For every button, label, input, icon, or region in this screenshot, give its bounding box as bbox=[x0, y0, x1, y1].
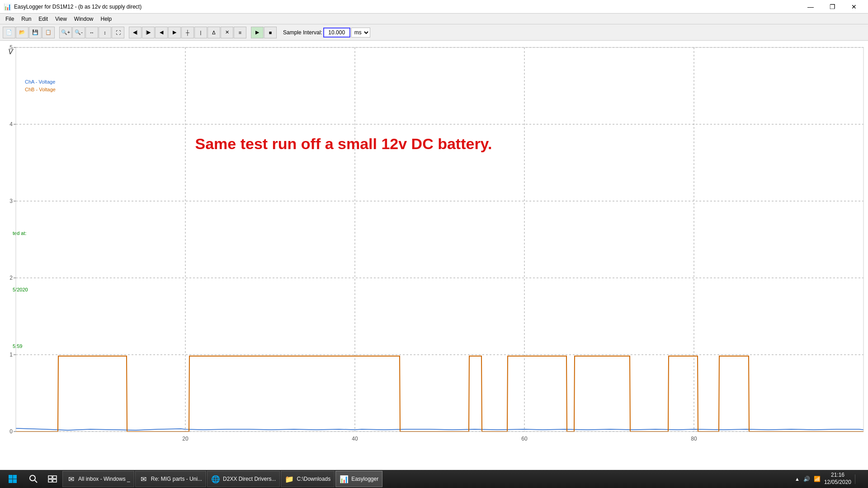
chart-area: V 5 4 3 2 1 0 20 40 bbox=[0, 41, 868, 470]
menu-bar: File Run Edit View Window Help bbox=[0, 14, 868, 24]
mig-app-icon: ✉ bbox=[139, 474, 148, 483]
run-tools: ▶ ■ bbox=[251, 27, 277, 38]
svg-rect-34 bbox=[9, 475, 13, 479]
task-view-button[interactable] bbox=[43, 471, 61, 487]
menu-window[interactable]: Window bbox=[71, 15, 97, 23]
taskbar-app-downloads[interactable]: 📁 C:\Downloads bbox=[281, 471, 335, 487]
zoom-fit-v[interactable]: ↕ bbox=[99, 27, 111, 38]
scroll-right-button[interactable]: ▶ bbox=[168, 27, 181, 38]
easylogger-app-icon: 📊 bbox=[340, 474, 349, 483]
svg-text:80: 80 bbox=[691, 436, 697, 442]
svg-point-38 bbox=[30, 475, 35, 481]
svg-text:20: 20 bbox=[182, 436, 189, 442]
menu-help[interactable]: Help bbox=[97, 15, 116, 23]
inbox-app-icon: ✉ bbox=[66, 474, 75, 483]
downloads-app-icon: 📁 bbox=[285, 474, 294, 483]
taskbar-app-inbox[interactable]: ✉ All inbox - Windows _ bbox=[62, 471, 134, 487]
restore-button[interactable]: ❐ bbox=[822, 0, 843, 14]
svg-rect-41 bbox=[53, 476, 57, 479]
toolbar: 📄 📂 💾 📋 🔍+ 🔍- ↔ ↕ ⛶ ◀| |▶ ◀ ▶ ┼ | Δ ✕ ≡ … bbox=[0, 24, 868, 41]
mig-app-label: Re: MIG parts - Uni... bbox=[151, 476, 202, 482]
show-desktop-button[interactable] bbox=[855, 474, 863, 484]
svg-text:ted at:: ted at: bbox=[13, 230, 27, 236]
volume-icon[interactable]: 🔊 bbox=[803, 476, 810, 482]
menu-edit[interactable]: Edit bbox=[35, 15, 52, 23]
chart-svg: V 5 4 3 2 1 0 20 40 bbox=[0, 41, 868, 470]
zoom-out-button[interactable]: 🔍- bbox=[72, 27, 85, 38]
menu-view[interactable]: View bbox=[52, 15, 71, 23]
taskbar-right: ▲ 🔊 📶 21:16 12/05/2020 bbox=[795, 472, 866, 486]
sample-interval-label: Sample Interval: bbox=[283, 29, 322, 36]
title-bar: 📊 EasyLogger for DS1M12 - (b as 12v dc s… bbox=[0, 0, 868, 14]
close-button[interactable]: ✕ bbox=[844, 0, 864, 14]
minimize-button[interactable]: — bbox=[800, 0, 821, 14]
downloads-app-label: C:\Downloads bbox=[297, 476, 330, 482]
svg-rect-42 bbox=[48, 479, 52, 482]
title-bar-controls: — ❐ ✕ bbox=[800, 0, 864, 14]
zoom-fit-all[interactable]: ⛶ bbox=[112, 27, 124, 38]
taskbar-time: 21:16 bbox=[831, 472, 844, 479]
app-icon: 📊 bbox=[4, 3, 11, 10]
run-button[interactable]: ▶ bbox=[251, 27, 264, 38]
svg-text:ChB - Voltage: ChB - Voltage bbox=[25, 87, 56, 92]
svg-rect-36 bbox=[9, 479, 13, 483]
svg-rect-40 bbox=[48, 476, 52, 479]
taskbar-app-mig[interactable]: ✉ Re: MIG parts - Uni... bbox=[135, 471, 206, 487]
cursor-button[interactable]: ┼ bbox=[181, 27, 194, 38]
sample-interval-input[interactable] bbox=[323, 28, 350, 38]
network-icon[interactable]: 📶 bbox=[814, 476, 821, 482]
menu-run[interactable]: Run bbox=[18, 15, 35, 23]
delta-button[interactable]: Δ bbox=[208, 27, 220, 38]
save-as-button[interactable]: 📋 bbox=[42, 27, 55, 38]
zoom-in-button[interactable]: 🔍+ bbox=[59, 27, 72, 38]
pan-right-button[interactable]: |▶ bbox=[142, 27, 155, 38]
file-tools: 📄 📂 💾 📋 bbox=[3, 27, 55, 38]
clear-button[interactable]: ✕ bbox=[221, 27, 233, 38]
zoom-fit-h[interactable]: ↔ bbox=[85, 27, 98, 38]
svg-text:4: 4 bbox=[9, 121, 13, 127]
d2xx-app-icon: 🌐 bbox=[211, 474, 220, 483]
open-button[interactable]: 📂 bbox=[16, 27, 28, 38]
save-button[interactable]: 💾 bbox=[29, 27, 42, 38]
menu-file[interactable]: File bbox=[2, 15, 18, 23]
svg-rect-0 bbox=[0, 41, 868, 470]
options-button[interactable]: ≡ bbox=[234, 27, 246, 38]
nav-tools: ◀| |▶ ◀ ▶ ┼ | Δ ✕ ≡ bbox=[129, 27, 246, 38]
scroll-left-button[interactable]: ◀ bbox=[155, 27, 168, 38]
svg-rect-35 bbox=[13, 475, 17, 479]
svg-text:60: 60 bbox=[521, 436, 528, 442]
d2xx-app-label: D2XX Direct Drivers... bbox=[223, 476, 276, 482]
marker-button[interactable]: | bbox=[194, 27, 207, 38]
easylogger-app-label: Easylogger bbox=[351, 476, 378, 482]
svg-text:5: 5 bbox=[9, 44, 13, 51]
svg-text:5:59: 5:59 bbox=[13, 343, 22, 349]
svg-text:5/2020: 5/2020 bbox=[13, 287, 28, 292]
svg-text:Same test run off a small 12v : Same test run off a small 12v DC battery… bbox=[195, 135, 492, 152]
stop-button[interactable]: ■ bbox=[264, 27, 277, 38]
search-button[interactable] bbox=[24, 471, 42, 487]
svg-rect-43 bbox=[53, 479, 57, 482]
inbox-app-label: All inbox - Windows _ bbox=[78, 476, 130, 482]
svg-text:1: 1 bbox=[9, 352, 13, 358]
new-button[interactable]: 📄 bbox=[3, 27, 15, 38]
pan-left-button[interactable]: ◀| bbox=[129, 27, 142, 38]
taskbar: ✉ All inbox - Windows _ ✉ Re: MIG parts … bbox=[0, 470, 868, 488]
taskbar-app-easylogger[interactable]: 📊 Easylogger bbox=[335, 471, 382, 487]
svg-text:40: 40 bbox=[352, 436, 358, 442]
zoom-tools: 🔍+ 🔍- ↔ ↕ ⛶ bbox=[59, 27, 124, 38]
start-button[interactable] bbox=[2, 471, 24, 487]
svg-line-39 bbox=[35, 480, 37, 483]
sample-unit-select[interactable]: ms s bbox=[351, 28, 370, 38]
svg-text:ChA - Voltage: ChA - Voltage bbox=[25, 79, 55, 84]
svg-text:0: 0 bbox=[9, 428, 13, 435]
taskbar-app-d2xx[interactable]: 🌐 D2XX Direct Drivers... bbox=[207, 471, 280, 487]
title-bar-left: 📊 EasyLogger for DS1M12 - (b as 12v dc s… bbox=[4, 3, 142, 10]
window-title: EasyLogger for DS1M12 - (b as 12v dc sup… bbox=[14, 4, 142, 10]
svg-text:2: 2 bbox=[9, 275, 13, 281]
notifications-icon[interactable]: ▲ bbox=[795, 476, 800, 482]
svg-rect-37 bbox=[13, 479, 17, 483]
taskbar-date: 12/05/2020 bbox=[824, 479, 851, 486]
svg-text:3: 3 bbox=[9, 198, 13, 204]
